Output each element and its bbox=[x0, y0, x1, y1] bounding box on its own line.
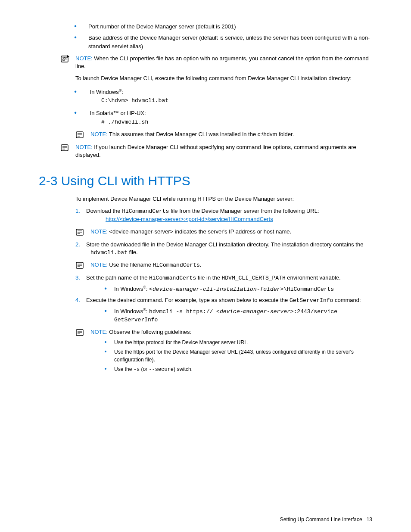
note-label: NOTE: bbox=[90, 329, 108, 335]
note-body: NOTE: When the CLI properties file has a… bbox=[75, 55, 372, 70]
footer-text: Setting Up Command Line Interface bbox=[280, 516, 362, 523]
list-item: Use the https protocol for the Device Ma… bbox=[106, 338, 372, 347]
guideline-text: Use the https protocol for the Device Ma… bbox=[114, 339, 249, 345]
step-text: Store the downloaded file in the Device … bbox=[86, 241, 363, 248]
note-text: . bbox=[200, 261, 202, 268]
certs-url-link[interactable]: http://<device-manager-server>:<port-id>… bbox=[106, 216, 273, 222]
steps-list: 3.Set the path name of the HiCommandCert… bbox=[75, 274, 372, 324]
launch-intro: To launch Device Manager CLI, execute th… bbox=[75, 75, 372, 82]
guideline-text: Use the bbox=[114, 366, 134, 372]
note-body: NOTE: Observe the following guidelines: … bbox=[90, 328, 372, 374]
list-item: Use the https port for the Device Manage… bbox=[106, 348, 372, 364]
code: --secure bbox=[149, 367, 174, 373]
page-footer: Setting Up Command Line Interface 13 bbox=[280, 516, 372, 523]
note-text: Use the filename bbox=[108, 261, 153, 268]
list-item: Base address of the Device Manager serve… bbox=[75, 33, 372, 50]
note-label: NOTE: bbox=[75, 55, 93, 62]
solaris-label: In Solaris™ or HP-UX: bbox=[90, 110, 146, 116]
sub-bullets: In Windows®: <device-manager-cli-install… bbox=[106, 284, 372, 293]
list-item: In Windows®: hdvmcli -s https:// <device… bbox=[106, 306, 372, 324]
note-block: NOTE: Observe the following guidelines: … bbox=[75, 328, 372, 374]
colon: : bbox=[121, 89, 123, 95]
step-1: 1.Download the HiCommandCerts file from … bbox=[75, 207, 372, 223]
note-body: NOTE: <device-manager-server> indicates … bbox=[90, 228, 372, 236]
note-text: When the CLI properties file has an opti… bbox=[75, 55, 369, 69]
list-item: In Windows®: C:\hdvm> hdvmcli.bat bbox=[75, 87, 372, 105]
note-block: NOTE: This assumes that Device Manager C… bbox=[75, 131, 372, 139]
step-number: 2. bbox=[75, 241, 86, 249]
registered-mark: ® bbox=[143, 285, 146, 289]
colon: : bbox=[146, 308, 149, 314]
note-icon bbox=[75, 261, 88, 270]
top-bullet-block: Port number of the Device Manager server… bbox=[75, 22, 372, 50]
note-block: NOTE: When the CLI properties file has a… bbox=[60, 55, 372, 70]
section-heading: 2-3 Using CLI with HTTPS bbox=[39, 172, 372, 190]
code: hdvmcli -s https:// bbox=[149, 308, 216, 315]
note-icon bbox=[75, 131, 88, 139]
step-text: file in the bbox=[196, 274, 221, 281]
section-intro: To implement Device Manager CLI while ru… bbox=[75, 195, 372, 203]
note-label: NOTE: bbox=[90, 261, 108, 268]
win-command: C:\hdvm> hdvmcli.bat bbox=[101, 97, 168, 104]
code: -s bbox=[134, 367, 140, 373]
note-label: NOTE: bbox=[90, 228, 108, 235]
step-number: 1. bbox=[75, 207, 86, 215]
section-body: To implement Device Manager CLI while ru… bbox=[75, 195, 372, 374]
step-text: Download the bbox=[86, 208, 122, 214]
page-number: 13 bbox=[367, 516, 372, 523]
guideline-text: (or bbox=[140, 366, 149, 372]
note-body: NOTE: This assumes that Device Manager C… bbox=[90, 131, 372, 138]
step-text: Set the path name of the bbox=[86, 274, 149, 281]
guideline-list: Use the https protocol for the Device Ma… bbox=[106, 338, 372, 373]
step-number: 4. bbox=[75, 296, 86, 304]
step-number: 3. bbox=[75, 274, 86, 282]
note-text: <device-manager-server> indicates the se… bbox=[108, 228, 291, 235]
steps-list: 1.Download the HiCommandCerts file from … bbox=[75, 207, 372, 223]
note-text: Observe the following guidelines: bbox=[108, 329, 191, 335]
code: HiCommandCerts bbox=[149, 275, 196, 281]
code-italic: <device-manager-server> bbox=[216, 308, 293, 315]
step-4: 4.Execute the desired command. For examp… bbox=[75, 296, 372, 324]
colon: : bbox=[146, 286, 149, 292]
code: \HiCommandCerts bbox=[283, 286, 334, 292]
note-block: NOTE: <device-manager-server> indicates … bbox=[75, 228, 372, 236]
note-label: NOTE: bbox=[90, 131, 108, 137]
bullet-text: Port number of the Device Manager server… bbox=[88, 23, 236, 30]
steps-list: 2.Store the downloaded file in the Devic… bbox=[75, 241, 372, 257]
win-label: In Windows bbox=[114, 286, 143, 292]
code: HiCommandCerts bbox=[153, 262, 200, 268]
code-italic: <device-manager-cli-installation-folder> bbox=[149, 286, 283, 292]
code: hdvmcli.bat bbox=[90, 249, 128, 256]
list-item: In Windows®: <device-manager-cli-install… bbox=[106, 284, 372, 293]
note-block: NOTE: If you launch Device Manager CLI w… bbox=[60, 143, 372, 159]
launch-list: In Windows®: C:\hdvm> hdvmcli.bat In Sol… bbox=[75, 87, 372, 126]
step-text: command: bbox=[333, 297, 361, 303]
registered-mark: ® bbox=[143, 307, 146, 311]
code: HiCommandCerts bbox=[122, 208, 169, 215]
solaris-command: # ./hdvmcli.sh bbox=[101, 119, 148, 125]
step-text: file. bbox=[128, 249, 138, 255]
step-text: file from the Device Manager server from… bbox=[169, 208, 319, 214]
note-body: NOTE: Use the filename HiCommandCerts. bbox=[90, 261, 372, 269]
note-icon bbox=[75, 328, 88, 337]
note-icon bbox=[75, 228, 88, 236]
list-item: Port number of the Device Manager server… bbox=[75, 22, 372, 31]
note-block: NOTE: Use the filename HiCommandCerts. bbox=[75, 261, 372, 270]
top-bullet-list: Port number of the Device Manager server… bbox=[75, 22, 372, 50]
win-label: In Windows bbox=[114, 308, 143, 314]
note-icon bbox=[60, 55, 73, 63]
bullet-text: Base address of the Device Manager serve… bbox=[88, 34, 370, 49]
code: 2443 bbox=[241, 349, 253, 355]
step-2: 2.Store the downloaded file in the Devic… bbox=[75, 241, 372, 257]
guideline-text: ) switch. bbox=[174, 366, 193, 372]
note-label: NOTE: bbox=[75, 144, 93, 150]
launch-block: To launch Device Manager CLI, execute th… bbox=[75, 75, 372, 139]
code: GetServerInfo bbox=[290, 297, 333, 304]
guideline-text: Use the https port for the Device Manage… bbox=[114, 349, 241, 355]
step-text: environment variable. bbox=[286, 274, 341, 281]
note-text: This assumes that Device Manager CLI was… bbox=[108, 131, 294, 137]
code: HDVM_CLI_CERTS_PATH bbox=[221, 275, 285, 281]
note-icon bbox=[60, 143, 73, 152]
note-text: If you launch Device Manager CLI without… bbox=[75, 144, 356, 158]
sub-bullets: In Windows®: hdvmcli -s https:// <device… bbox=[106, 306, 372, 324]
